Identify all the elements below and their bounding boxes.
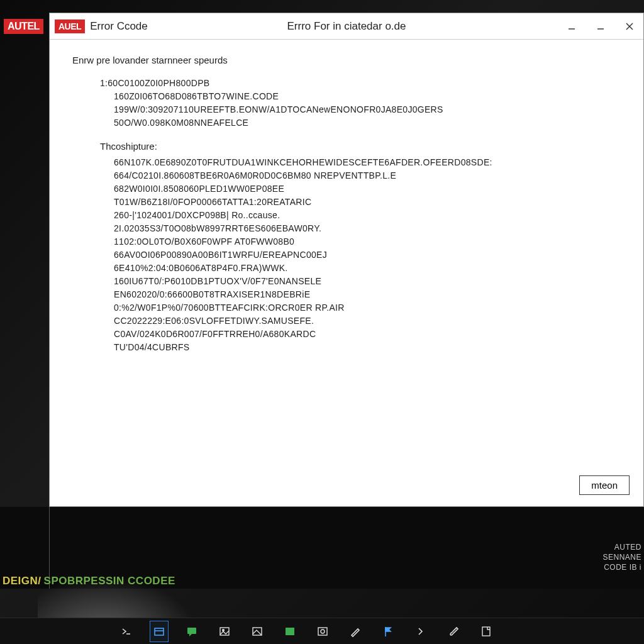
banner-right-line: SENNANE [602,552,641,562]
dump-line: T01W/B6Z18I/0FOP00066TATTA1:20REATARIC [114,196,625,209]
terminal-icon[interactable] [119,625,133,638]
titlebar: AUEL Error Ccode Errro For in ciatedar o… [50,13,643,40]
banner-right-line: CODE IB i [602,562,641,572]
dump-line: 0:%2/W0F1P%0/70600BTTEAFCIRK:ORCR0ER RP.… [114,301,625,314]
maximize-button[interactable] [594,20,607,33]
banner-left-text: DEIGN/SPOBRPESSIN CCODEE [0,575,175,587]
explorer-icon[interactable] [152,625,166,638]
dump-line: 664/C0210I.860608TBE6R0A6M0R0D0C6BM80 NR… [114,169,625,182]
intro-text: Enrw pre lovander starnneer speurds [72,53,625,68]
dump-line: 66N107K.0E6890Z0T0FRUTDUA1WINKCEHORHEWID… [114,156,625,169]
flag-icon[interactable] [381,625,395,638]
dump-line: 1102:0OL0TO/B0X60F0WPF AT0FWW08B0 [114,235,625,248]
window-title-left: Error Ccode [90,20,148,33]
svg-rect-16 [482,627,490,636]
brand-logo-inner: AUEL [55,19,85,33]
dump-line: 260-|'1024001/D0XCP098B| Ro..ccause. [114,209,625,222]
chat-icon[interactable] [185,625,199,638]
dump-line: C0AV/024K0D6R007/F0FFTRREH0/A680KARDC [114,328,625,341]
settings-icon[interactable] [316,625,330,638]
banner-seg1: DEIGN/ [0,574,44,587]
dialog-action-button[interactable]: mteon [579,475,630,495]
footer-banner: DEIGN/SPOBRPESSIN CCODEE AUTED SENNANE C… [0,507,644,589]
picture-icon[interactable] [218,625,231,638]
dump-line: 66AV0OI06P00890A00B6IT1WRFU/EREAPNC00EJ [114,248,625,262]
section-label: Thcoshipture: [100,140,625,154]
svg-rect-13 [318,628,327,635]
close-button[interactable] [623,20,636,33]
sub-code: 160Z0I06TO68D086TBTO7WINE.CODE [114,90,625,103]
window-buttons [565,20,640,33]
window-title-center: Errro For in ciatedar o.de [287,20,406,33]
svg-rect-12 [286,628,294,635]
sub-code: 199W/0:309207110UREEFTB.EONW/A1DTOCANewE… [114,103,625,116]
dump-line: 6E410%2:04:0B0606AT8P4F0.FRA)WWK. [114,262,625,275]
banner-seg2: SPOBRPESSIN CCODEE [44,575,175,587]
dump-line: 682W0I0I0I.8508060PLED1WW0EP08EE [114,182,625,196]
dump-line: TU'D04/4CUBRFS [114,341,625,354]
banner-right-line: AUTED [602,542,641,552]
brush-icon[interactable] [447,625,460,638]
svg-point-10 [223,629,225,631]
svg-rect-5 [155,628,164,635]
svg-marker-8 [189,634,192,636]
dump-line: 2I.02035S3/T0O08bW8997RRT6ES606EBAW0RY. [114,222,625,235]
code-dump: 66N107K.0E6890Z0T0FRUTDUA1WINKCEHORHEWID… [114,156,625,354]
dialog-body: Enrw pre lovander starnneer speurds 1:60… [50,40,643,506]
arrow-icon[interactable] [414,625,428,638]
error-dialog: AUEL Error Ccode Errro For in ciatedar o… [49,13,644,507]
note-icon[interactable] [479,625,493,638]
brand-logo-outer: AUTEL [4,19,43,34]
header-code: 1:60C0100Z0I0PH800DPB [100,77,625,90]
sub-code: 50O/W0.098K0M08NNEAFELCE [114,116,625,130]
edit-icon[interactable] [348,625,362,638]
gallery-icon[interactable] [250,625,264,638]
dump-line: CC2022229:E06:0SVLOFFETDIWY.SAMUSEFE. [114,314,625,328]
spreadsheet-icon[interactable] [283,625,297,638]
taskbar [0,618,644,644]
dump-line: EN602020/0:66600B0T8TRAXISER1N8DEBRiE [114,288,625,301]
minimize-button[interactable] [565,20,578,33]
svg-point-14 [321,630,325,633]
banner-right-text: AUTED SENNANE CODE IB i [602,542,641,573]
svg-rect-7 [187,628,196,634]
dump-line: 160IU67T0/:P6010DB1PTUOX'V/0F7'E0NANSELE [114,275,625,288]
desktop: AUTEL AUEL Error Ccode Errro For in ciat… [0,0,644,644]
svg-rect-9 [220,628,229,635]
